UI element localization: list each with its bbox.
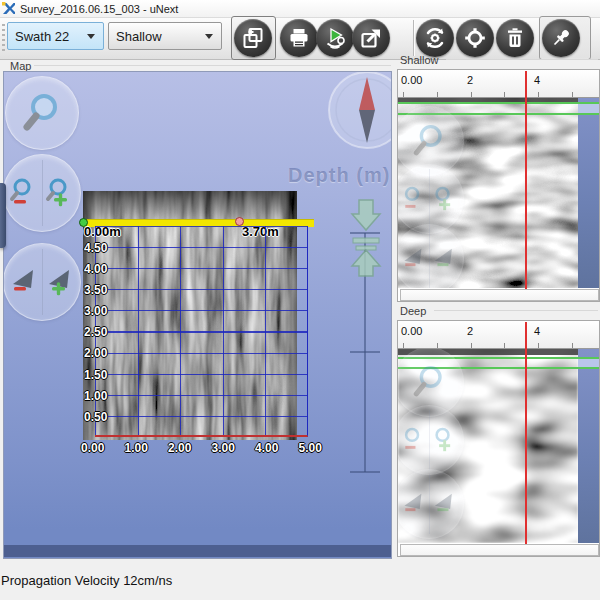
zoom-out-icon [12, 180, 29, 203]
zoom-in-icon [48, 180, 67, 206]
status-text: Propagation Velocity 12cm/ns [1, 573, 172, 588]
handle-bar [353, 238, 379, 243]
shallow-group-label: Shallow [400, 54, 439, 66]
grid-y-label: 4.50 [84, 238, 107, 259]
gain-increase-icon [49, 270, 69, 295]
window-title: Survey_2016.06.15_003 - uNext [20, 3, 178, 15]
compass-indicator[interactable] [327, 71, 392, 150]
deep-panel: 0.00246 [397, 320, 600, 557]
horizon-line-upper[interactable] [398, 102, 599, 104]
grid-x-label: 4.00 [255, 441, 278, 455]
arrow-down-icon [352, 200, 380, 230]
map-bottom-bar [4, 545, 391, 557]
deep-ruler: 0.00246 [398, 321, 599, 349]
grid-y-label: 3.00 [84, 301, 107, 322]
grid-y-labels: 4.504.003.503.002.502.001.501.000.50 [84, 238, 107, 428]
duplicate-view-icon [241, 26, 265, 50]
duplicate-view-button[interactable] [234, 19, 272, 57]
deep-group-label: Deep [400, 305, 426, 317]
delete-trash-button[interactable] [496, 19, 534, 57]
grid-y-label: 4.00 [84, 259, 107, 280]
deep-group-line [434, 310, 598, 311]
shallow-scrollbar[interactable] [400, 289, 599, 301]
app-logo-icon [2, 2, 15, 15]
deep-cursor-line[interactable] [525, 322, 527, 544]
toolbar-grip[interactable] [2, 24, 5, 54]
depth-slider-tick-bottom[interactable] [350, 471, 380, 473]
deep-empty-zone [578, 349, 599, 543]
depth-range-handle[interactable] [348, 198, 384, 278]
grid-x-label: 5.00 [299, 441, 322, 455]
locate-target-button[interactable] [456, 19, 494, 57]
gain-decrease-icon [13, 270, 33, 290]
map-canvas[interactable]: Depth (m) [3, 71, 392, 559]
shallow-bscan[interactable] [398, 98, 599, 288]
shallow-group-line [446, 59, 598, 60]
shallow-ruler: 0.00246 [398, 70, 599, 98]
grid-x-label: 2.00 [168, 441, 191, 455]
ruler-label: 2 [467, 325, 473, 337]
printer-icon [287, 26, 311, 50]
toolbar-separator [413, 20, 414, 56]
app-window: { "window": { "title": "Survey_2016.06.1… [0, 0, 600, 600]
ruler-label: 2 [467, 74, 473, 86]
divider [42, 249, 43, 316]
deep-scrollbar[interactable] [400, 544, 599, 556]
grid-x-label: 1.00 [125, 441, 148, 455]
sync-settings-icon [423, 26, 447, 50]
grid-x-label: 3.00 [212, 441, 235, 455]
grid-y-label: 1.50 [84, 365, 107, 386]
zoom-buttons-group [3, 154, 81, 232]
deep-depth-band [578, 358, 599, 367]
swath-select-value: Swath 22 [15, 29, 69, 44]
toolbar: Swath 22 Shallow [0, 18, 600, 60]
print-button[interactable] [280, 19, 318, 57]
export-data-button[interactable] [352, 19, 390, 57]
ruler-label: 4 [534, 325, 540, 337]
grid-y-label: 3.50 [84, 280, 107, 301]
layer-select[interactable]: Shallow [108, 22, 222, 50]
locate-target-icon [463, 26, 487, 50]
zoom-tool-button[interactable] [5, 76, 79, 150]
grid-y-label: 1.00 [84, 386, 107, 407]
chevron-down-icon [87, 34, 95, 39]
chevron-down-icon [205, 34, 213, 39]
compass-icon [327, 71, 392, 150]
swath-select[interactable]: Swath 22 [7, 22, 104, 50]
pushpin-icon [549, 26, 573, 50]
divider [42, 160, 43, 227]
layer-select-value: Shallow [116, 29, 162, 44]
export-data-icon [359, 26, 383, 50]
grid-x-labels: 0.001.002.003.004.005.00 [81, 441, 322, 455]
map-grid [95, 226, 308, 437]
pushpin-button[interactable] [542, 19, 580, 57]
deep-bscan[interactable] [398, 349, 599, 543]
depth-slider-tick-mid[interactable] [350, 351, 380, 353]
grid-y-label: 2.00 [84, 343, 107, 364]
sync-settings-button[interactable] [416, 19, 454, 57]
shallow-empty-zone [578, 98, 599, 288]
ruler-label: 0.00 [401, 74, 422, 86]
map-group-line [34, 65, 391, 66]
ruler-ticks [403, 92, 600, 97]
play-scan-button[interactable] [316, 19, 354, 57]
depth-watermark: Depth (m) [288, 164, 390, 187]
ruler-label: 0.00 [401, 325, 422, 337]
ruler-ticks [403, 343, 600, 348]
shallow-panel: 0.00246 [397, 69, 600, 302]
grid-x-label: 0.00 [81, 441, 104, 455]
ruler-label: 4 [534, 74, 540, 86]
side-panel-tab-handle[interactable] [0, 183, 6, 248]
title-bar: Survey_2016.06.15_003 - uNext [0, 0, 600, 18]
shallow-cursor-line[interactable] [525, 71, 527, 289]
arrow-up-icon [352, 250, 380, 276]
magnifier-icon [16, 87, 68, 139]
play-scan-icon [323, 26, 347, 50]
grid-y-label: 2.50 [84, 322, 107, 343]
gain-buttons-group [3, 243, 81, 321]
delete-trash-icon [503, 26, 527, 50]
grid-y-label: 0.50 [84, 407, 107, 428]
